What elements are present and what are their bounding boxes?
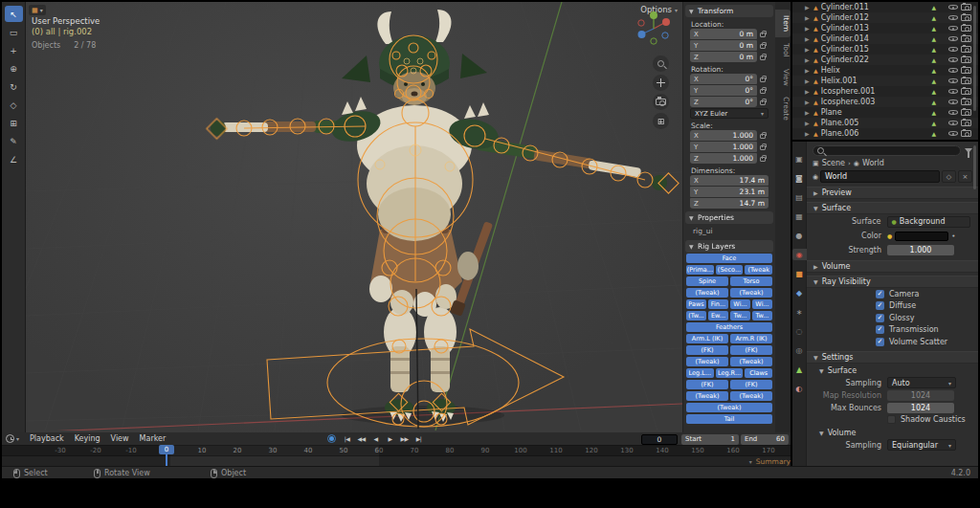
rig-layer-button[interactable]: Fin... (708, 299, 728, 309)
scale-x-field[interactable]: X1.000 (690, 130, 757, 141)
properties-tab-viewlayer[interactable]: ▦ (792, 210, 807, 222)
tool-transform[interactable]: ⊞ (5, 115, 23, 131)
eye-icon[interactable] (948, 24, 958, 33)
rig-layer-button[interactable]: (FK) (686, 345, 728, 355)
3d-viewport[interactable]: ▦ ▾ Options ▾ User Perspective (0) all |… (26, 2, 682, 432)
camera-visibility-icon[interactable] (961, 4, 971, 11)
editor-type-button[interactable]: ▦ ▾ (29, 5, 46, 15)
rotation-z-field[interactable]: Z0° (690, 97, 757, 107)
camera-visibility-icon[interactable] (961, 130, 971, 137)
sidebar-tab-tool[interactable]: Tool (775, 37, 791, 63)
tool-scale[interactable]: ◇ (5, 97, 23, 113)
diffuse-checkbox[interactable]: ✓ (876, 301, 884, 310)
eye-icon[interactable] (948, 13, 958, 23)
tool-annotate[interactable]: ✎ (5, 133, 23, 149)
strength-slider[interactable]: 1.000 (887, 245, 954, 255)
outliner-item[interactable]: ▶▲Icosphere.001▲ (792, 86, 978, 97)
camera-visibility-icon[interactable] (961, 25, 971, 32)
camera-view-button[interactable] (653, 94, 669, 110)
transform-panel-header[interactable]: ▼ Transform (685, 5, 773, 17)
transmission-checkbox[interactable]: ✓ (876, 325, 884, 334)
expand-icon[interactable]: ▶ (805, 4, 813, 11)
properties-tab-world[interactable]: ◉ (792, 249, 807, 260)
rig-layer-button[interactable]: (Tw... (686, 311, 706, 320)
surface-panel-header[interactable]: ▼Surface (807, 202, 978, 214)
eye-icon[interactable] (948, 98, 958, 107)
current-frame-field[interactable]: 0 (641, 434, 678, 445)
lock-icon[interactable] (760, 157, 766, 162)
lock-icon[interactable] (760, 77, 766, 82)
unlink-button[interactable]: × (958, 170, 972, 183)
timeline-editor-type-button[interactable]: ▾ (6, 434, 19, 443)
expand-icon[interactable]: ▶ (805, 99, 813, 105)
outliner-scrollbar[interactable] (973, 6, 976, 111)
properties-tab-render[interactable]: ◙ (792, 172, 807, 184)
outliner-item[interactable]: ▶▲Cylinder.013▲ (792, 23, 978, 33)
play-button[interactable]: ▶ (384, 433, 396, 444)
tool-rotate[interactable]: ↻ (5, 78, 23, 95)
rig-layer-button[interactable]: Paws (686, 299, 706, 309)
rig-layer-button[interactable]: Spine (686, 276, 728, 286)
expand-icon[interactable]: ▶ (805, 56, 813, 63)
outliner-item[interactable]: ▶▲Plane.005▲ (792, 118, 978, 128)
outliner-item[interactable]: ▶▲Plane.006▲ (792, 128, 978, 139)
shadow-caustics-checkbox[interactable] (887, 415, 896, 424)
lock-icon[interactable] (760, 145, 766, 150)
menu-playback[interactable]: Playback (30, 434, 64, 443)
camera-visibility-icon[interactable] (961, 88, 971, 95)
rig-layer-button[interactable]: (Tweak) (730, 391, 772, 401)
expand-icon[interactable]: ▶ (805, 77, 813, 84)
sidebar-tab-view[interactable]: View (775, 63, 791, 92)
ray-visibility-panel-header[interactable]: ▼Ray Visibility (807, 276, 978, 288)
rig-layer-button[interactable]: (Tweak) (686, 403, 772, 412)
rig-layer-button[interactable]: Wi... (752, 299, 772, 309)
prev-keyframe-button[interactable]: ◀◀ (355, 433, 368, 444)
lock-icon[interactable] (760, 55, 766, 60)
properties-tab-data[interactable]: ▲ (792, 364, 807, 375)
glossy-checkbox[interactable]: ✓ (876, 314, 884, 322)
breadcrumb-scene[interactable]: Scene (822, 159, 845, 167)
properties-tab-constraints[interactable]: ◎ (792, 344, 807, 356)
volume-sampling-dropdown[interactable]: Equiangular▾ (887, 439, 956, 451)
rig-layer-button[interactable]: Arm.R (IK) (730, 334, 772, 343)
rotation-x-field[interactable]: X0° (690, 74, 757, 84)
frame-start-field[interactable]: Start1 (681, 434, 739, 445)
location-x-field[interactable]: X0 m (690, 29, 757, 39)
rig-layer-button[interactable]: Face (686, 254, 772, 263)
expand-icon[interactable]: ▶ (805, 25, 813, 32)
properties-panel-header[interactable]: ▼ Properties (685, 211, 773, 224)
settings-volume-subheader[interactable]: ▼Volume (807, 428, 978, 439)
location-y-field[interactable]: Y0 m (690, 40, 757, 51)
eye-icon[interactable] (948, 66, 958, 76)
rig-layer-button[interactable]: Tw... (752, 311, 772, 320)
outliner-item[interactable]: ▶▲Cylinder.015▲ (792, 44, 978, 55)
camera-visibility-icon[interactable] (961, 46, 971, 53)
dimensions-y-field[interactable]: Y23.1 m (690, 187, 768, 197)
expand-icon[interactable]: ▶ (805, 120, 813, 126)
lock-icon[interactable] (760, 44, 766, 49)
rig-layer-button[interactable]: Torso (730, 276, 772, 286)
search-input[interactable] (813, 145, 961, 156)
rig-layer-button[interactable]: (Tweak) (686, 357, 728, 366)
properties-tab-tool[interactable]: ▣ (792, 153, 807, 165)
volume-scatter-checkbox[interactable]: ✓ (876, 338, 884, 346)
properties-tab-particles[interactable]: ∗ (792, 306, 807, 318)
camera-visibility-icon[interactable] (961, 77, 971, 84)
camera-visibility-icon[interactable] (961, 67, 971, 74)
lock-icon[interactable] (760, 134, 766, 139)
expand-icon[interactable]: ▶ (805, 130, 813, 137)
lock-icon[interactable] (760, 33, 766, 37)
rig-layer-button[interactable]: (Tweak (745, 265, 772, 275)
color-swatch[interactable] (895, 232, 948, 241)
rig-layer-button[interactable]: Arm.L (IK) (686, 334, 728, 343)
rig-layer-button[interactable]: (FK) (686, 380, 728, 389)
sidebar-tab-create[interactable]: Create (775, 91, 791, 126)
location-z-field[interactable]: Z0 m (690, 52, 757, 62)
navigation-gizmo[interactable] (635, 10, 673, 50)
camera-visibility-icon[interactable] (961, 35, 971, 42)
max-bounces-slider[interactable]: 1024 (887, 403, 954, 413)
outliner-item[interactable]: ▶▲Icosphere.003▲ (792, 97, 978, 107)
scale-y-field[interactable]: Y1.000 (690, 142, 757, 152)
expand-icon[interactable]: ▶ (805, 46, 813, 53)
settings-panel-header[interactable]: ▼Settings (807, 351, 978, 364)
